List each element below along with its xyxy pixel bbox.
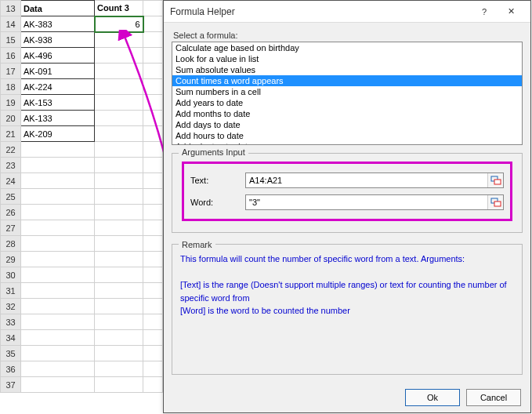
range-select-button[interactable] <box>487 195 503 209</box>
active-cell[interactable]: 6 <box>95 16 143 32</box>
row-header[interactable]: 13 <box>1 1 21 16</box>
cell[interactable] <box>95 283 143 299</box>
cell[interactable] <box>143 48 163 64</box>
cell[interactable] <box>143 189 163 205</box>
cell[interactable] <box>95 32 143 48</box>
cell[interactable]: AK-209 <box>21 126 95 142</box>
row-header[interactable]: 14 <box>1 16 21 32</box>
cell[interactable] <box>95 189 143 205</box>
cell[interactable] <box>143 16 163 32</box>
row-header[interactable]: 15 <box>1 32 21 48</box>
cell[interactable] <box>143 64 163 79</box>
cell[interactable] <box>21 314 95 330</box>
close-button[interactable]: ✕ <box>498 3 524 20</box>
help-button[interactable]: ? <box>471 3 498 20</box>
cell[interactable] <box>143 361 163 377</box>
cell[interactable] <box>21 220 95 236</box>
ok-button[interactable]: Ok <box>405 389 460 406</box>
cell[interactable] <box>95 220 143 236</box>
cell[interactable] <box>143 32 163 48</box>
list-item-selected[interactable]: Count times a word appears <box>172 75 522 86</box>
row-header[interactable]: 31 <box>1 283 21 299</box>
list-item[interactable]: Sum absolute values <box>172 64 522 75</box>
cell[interactable] <box>143 1 163 16</box>
row-header[interactable]: 26 <box>1 205 21 220</box>
list-item[interactable]: Calculate age based on birthday <box>172 42 522 53</box>
cell[interactable] <box>95 377 143 393</box>
row-header[interactable]: 32 <box>1 299 21 314</box>
cell[interactable] <box>143 299 163 314</box>
cell[interactable] <box>21 158 95 173</box>
row-header[interactable]: 27 <box>1 220 21 236</box>
list-item[interactable]: Look for a value in list <box>172 53 522 64</box>
cell[interactable] <box>21 142 95 158</box>
row-header[interactable]: 30 <box>1 267 21 283</box>
row-header[interactable]: 28 <box>1 236 21 252</box>
cell[interactable] <box>143 283 163 299</box>
row-header[interactable]: 19 <box>1 95 21 111</box>
cell[interactable] <box>143 377 163 393</box>
cell[interactable] <box>21 346 95 361</box>
row-header[interactable]: 16 <box>1 48 21 64</box>
cell[interactable] <box>143 205 163 220</box>
row-header[interactable]: 34 <box>1 330 21 346</box>
cell[interactable] <box>143 267 163 283</box>
cell[interactable] <box>95 48 143 64</box>
cell[interactable] <box>95 299 143 314</box>
cell[interactable]: AK-133 <box>21 111 95 126</box>
row-header[interactable]: 35 <box>1 346 21 361</box>
cell[interactable] <box>143 95 163 111</box>
cell[interactable] <box>21 173 95 189</box>
list-item[interactable]: Add months to date <box>172 108 522 119</box>
cell[interactable] <box>95 64 143 79</box>
cell[interactable] <box>143 220 163 236</box>
cell[interactable] <box>95 314 143 330</box>
cell[interactable] <box>21 252 95 267</box>
row-header[interactable]: 22 <box>1 142 21 158</box>
cell[interactable] <box>143 126 163 142</box>
cell[interactable] <box>143 173 163 189</box>
row-header[interactable]: 21 <box>1 126 21 142</box>
cell[interactable] <box>143 330 163 346</box>
cell[interactable]: AK-153 <box>21 95 95 111</box>
cell[interactable]: AK-383 <box>21 16 95 32</box>
cancel-button[interactable]: Cancel <box>466 389 521 406</box>
spreadsheet-grid[interactable]: 13 Data Count 3 14AK-3836 15AK-938 16AK-… <box>0 0 163 393</box>
row-header[interactable]: 33 <box>1 314 21 330</box>
row-header[interactable]: 18 <box>1 79 21 95</box>
row-header[interactable]: 17 <box>1 64 21 79</box>
cell[interactable] <box>95 79 143 95</box>
cell[interactable] <box>143 252 163 267</box>
row-header[interactable]: 23 <box>1 158 21 173</box>
text-input[interactable] <box>246 173 487 187</box>
cell[interactable] <box>21 377 95 393</box>
list-item[interactable]: Add years to date <box>172 97 522 108</box>
cell[interactable] <box>95 236 143 252</box>
col-header-data[interactable]: Data <box>21 1 95 16</box>
cell[interactable] <box>143 79 163 95</box>
list-item[interactable]: Add minutes to date <box>172 141 522 145</box>
cell[interactable] <box>95 126 143 142</box>
cell[interactable] <box>95 111 143 126</box>
word-input[interactable] <box>246 195 487 209</box>
cell[interactable] <box>21 236 95 252</box>
cell[interactable] <box>95 267 143 283</box>
row-header[interactable]: 24 <box>1 173 21 189</box>
range-select-button[interactable] <box>487 173 503 187</box>
cell[interactable] <box>95 252 143 267</box>
row-header[interactable]: 29 <box>1 252 21 267</box>
cell[interactable]: AK-496 <box>21 48 95 64</box>
row-header[interactable]: 20 <box>1 111 21 126</box>
row-header[interactable]: 37 <box>1 377 21 393</box>
cell[interactable] <box>95 142 143 158</box>
cell[interactable] <box>143 142 163 158</box>
row-header[interactable]: 25 <box>1 189 21 205</box>
cell[interactable] <box>95 95 143 111</box>
cell[interactable]: AK-091 <box>21 64 95 79</box>
dialog-titlebar[interactable]: Formula Helper ? ✕ <box>164 1 530 23</box>
row-header[interactable]: 36 <box>1 361 21 377</box>
cell[interactable] <box>95 158 143 173</box>
list-item[interactable]: Add days to date <box>172 119 522 130</box>
cell[interactable] <box>143 158 163 173</box>
formula-listbox[interactable]: Calculate age based on birthday Look for… <box>172 42 523 145</box>
